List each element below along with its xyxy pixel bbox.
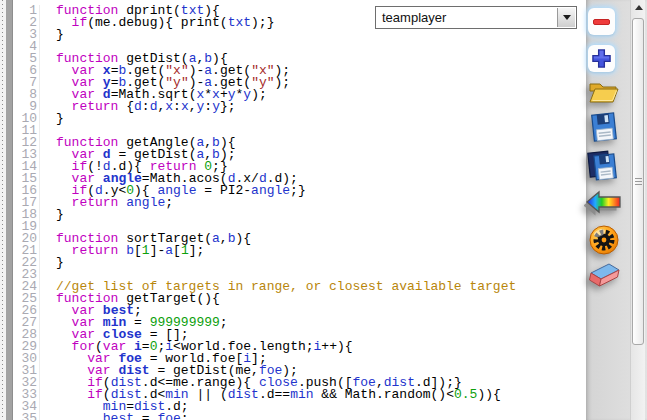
scrollbar-thumb[interactable] (632, 18, 644, 345)
folder-icon (586, 76, 620, 106)
chevron-down-icon (563, 15, 571, 20)
code-row: 9 return {d:d,x:x,y:y}; (13, 101, 586, 113)
code-line: } (56, 257, 64, 269)
code-row: 17 return angle; (13, 197, 586, 209)
code-line: return {d:d,x:x,y:y}; (56, 101, 236, 113)
floppy-disk-icon (589, 110, 619, 144)
minus-icon (593, 19, 610, 25)
open-folder-button[interactable] (586, 76, 620, 109)
save-button[interactable] (589, 110, 619, 147)
line-number: 35 (13, 413, 40, 420)
dropdown-button[interactable] (557, 8, 575, 27)
gear-icon (588, 224, 620, 256)
undo-button[interactable] (584, 190, 622, 221)
code-line: return angle; (56, 197, 173, 209)
gutter-bar (6, 0, 13, 420)
save-all-button[interactable] (586, 146, 620, 185)
script-selector-value: teamplayer (382, 10, 446, 25)
script-selector[interactable]: teamplayer (375, 6, 577, 29)
code-line: return b[1]-a[1]; (56, 245, 204, 257)
code-lines: 1function dprint(txt){2 if(me.debug){ pr… (13, 5, 586, 420)
remove-script-button[interactable] (588, 8, 615, 35)
add-script-button[interactable] (588, 45, 615, 72)
code-row: 22} (13, 257, 586, 269)
code-line: best = foe; (56, 413, 189, 420)
code-line: } (56, 113, 64, 125)
code-line: } (56, 29, 64, 41)
code-row: 35 best = foe; (13, 413, 586, 420)
run-button[interactable] (588, 224, 620, 259)
code-line: if(me.debug){ print(txt);} (56, 17, 274, 29)
triangle-up-icon (635, 5, 643, 10)
eraser-icon (584, 258, 622, 292)
code-editor[interactable]: 1function dprint(txt){2 if(me.debug){ pr… (13, 0, 586, 420)
script-editor-window: 1function dprint(txt){2 if(me.debug){ pr… (0, 0, 647, 420)
code-row: 10} (13, 113, 586, 125)
double-floppy-icon (586, 146, 620, 182)
scroll-up-button[interactable] (631, 0, 646, 15)
erase-button[interactable] (584, 258, 622, 295)
plus-icon (591, 48, 612, 69)
code-row: 3} (13, 29, 586, 41)
code-row: 21 return b[1]-a[1]; (13, 245, 586, 257)
code-row: 18} (13, 209, 586, 221)
rainbow-left-arrow-icon (584, 190, 622, 218)
grip-lines-icon (635, 176, 642, 187)
code-line: } (56, 209, 64, 221)
vertical-scrollbar[interactable] (630, 0, 645, 420)
